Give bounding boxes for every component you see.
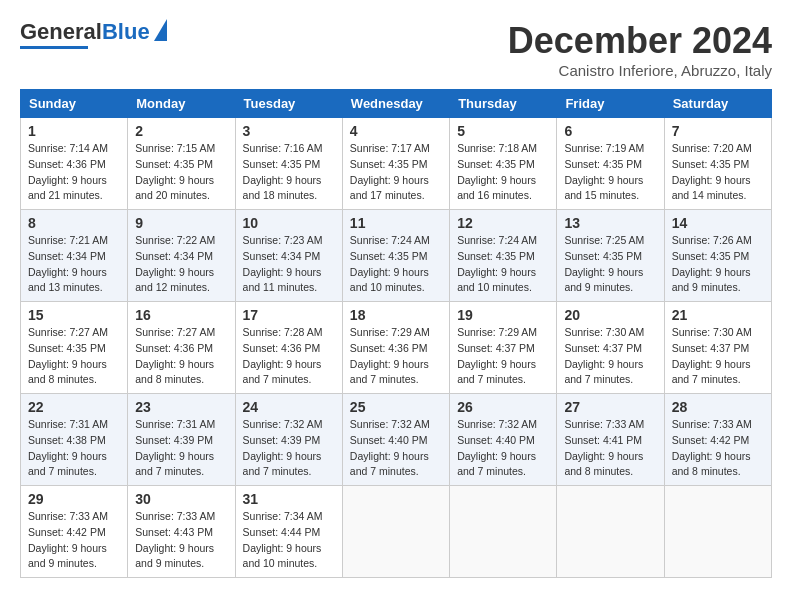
calendar-cell: 22 Sunrise: 7:31 AM Sunset: 4:38 PM Dayl…: [21, 394, 128, 486]
day-info: Sunrise: 7:28 AM Sunset: 4:36 PM Dayligh…: [243, 325, 335, 388]
calendar-cell: 17 Sunrise: 7:28 AM Sunset: 4:36 PM Dayl…: [235, 302, 342, 394]
logo-general: General: [20, 19, 102, 44]
day-number: 15: [28, 307, 120, 323]
logo-triangle-icon: [154, 19, 167, 41]
calendar-cell: 9 Sunrise: 7:22 AM Sunset: 4:34 PM Dayli…: [128, 210, 235, 302]
calendar-cell: 2 Sunrise: 7:15 AM Sunset: 4:35 PM Dayli…: [128, 118, 235, 210]
calendar-cell: 28 Sunrise: 7:33 AM Sunset: 4:42 PM Dayl…: [664, 394, 771, 486]
calendar-cell: 30 Sunrise: 7:33 AM Sunset: 4:43 PM Dayl…: [128, 486, 235, 578]
calendar-cell: 23 Sunrise: 7:31 AM Sunset: 4:39 PM Dayl…: [128, 394, 235, 486]
day-info: Sunrise: 7:34 AM Sunset: 4:44 PM Dayligh…: [243, 509, 335, 572]
day-info: Sunrise: 7:33 AM Sunset: 4:41 PM Dayligh…: [564, 417, 656, 480]
weekday-header-wednesday: Wednesday: [342, 90, 449, 118]
calendar-cell: [664, 486, 771, 578]
day-number: 3: [243, 123, 335, 139]
day-number: 30: [135, 491, 227, 507]
calendar-week-row: 15 Sunrise: 7:27 AM Sunset: 4:35 PM Dayl…: [21, 302, 772, 394]
weekday-header-thursday: Thursday: [450, 90, 557, 118]
calendar-cell: 20 Sunrise: 7:30 AM Sunset: 4:37 PM Dayl…: [557, 302, 664, 394]
day-info: Sunrise: 7:29 AM Sunset: 4:36 PM Dayligh…: [350, 325, 442, 388]
calendar-cell: 18 Sunrise: 7:29 AM Sunset: 4:36 PM Dayl…: [342, 302, 449, 394]
calendar-cell: 31 Sunrise: 7:34 AM Sunset: 4:44 PM Dayl…: [235, 486, 342, 578]
day-info: Sunrise: 7:19 AM Sunset: 4:35 PM Dayligh…: [564, 141, 656, 204]
weekday-header-friday: Friday: [557, 90, 664, 118]
day-info: Sunrise: 7:18 AM Sunset: 4:35 PM Dayligh…: [457, 141, 549, 204]
day-number: 17: [243, 307, 335, 323]
day-number: 9: [135, 215, 227, 231]
day-number: 7: [672, 123, 764, 139]
calendar-cell: 4 Sunrise: 7:17 AM Sunset: 4:35 PM Dayli…: [342, 118, 449, 210]
day-info: Sunrise: 7:32 AM Sunset: 4:39 PM Dayligh…: [243, 417, 335, 480]
calendar-cell: 14 Sunrise: 7:26 AM Sunset: 4:35 PM Dayl…: [664, 210, 771, 302]
day-info: Sunrise: 7:31 AM Sunset: 4:38 PM Dayligh…: [28, 417, 120, 480]
calendar-cell: [557, 486, 664, 578]
calendar-cell: 25 Sunrise: 7:32 AM Sunset: 4:40 PM Dayl…: [342, 394, 449, 486]
logo-blue: Blue: [102, 19, 150, 44]
day-info: Sunrise: 7:16 AM Sunset: 4:35 PM Dayligh…: [243, 141, 335, 204]
calendar-cell: 12 Sunrise: 7:24 AM Sunset: 4:35 PM Dayl…: [450, 210, 557, 302]
day-number: 20: [564, 307, 656, 323]
day-number: 11: [350, 215, 442, 231]
calendar-cell: [450, 486, 557, 578]
day-info: Sunrise: 7:27 AM Sunset: 4:36 PM Dayligh…: [135, 325, 227, 388]
day-info: Sunrise: 7:24 AM Sunset: 4:35 PM Dayligh…: [350, 233, 442, 296]
day-info: Sunrise: 7:15 AM Sunset: 4:35 PM Dayligh…: [135, 141, 227, 204]
day-number: 8: [28, 215, 120, 231]
calendar-cell: 27 Sunrise: 7:33 AM Sunset: 4:41 PM Dayl…: [557, 394, 664, 486]
calendar-week-row: 29 Sunrise: 7:33 AM Sunset: 4:42 PM Dayl…: [21, 486, 772, 578]
day-info: Sunrise: 7:30 AM Sunset: 4:37 PM Dayligh…: [672, 325, 764, 388]
calendar-cell: 10 Sunrise: 7:23 AM Sunset: 4:34 PM Dayl…: [235, 210, 342, 302]
weekday-header-tuesday: Tuesday: [235, 90, 342, 118]
calendar-table: SundayMondayTuesdayWednesdayThursdayFrid…: [20, 89, 772, 578]
day-number: 16: [135, 307, 227, 323]
day-info: Sunrise: 7:17 AM Sunset: 4:35 PM Dayligh…: [350, 141, 442, 204]
day-info: Sunrise: 7:21 AM Sunset: 4:34 PM Dayligh…: [28, 233, 120, 296]
day-number: 19: [457, 307, 549, 323]
day-info: Sunrise: 7:30 AM Sunset: 4:37 PM Dayligh…: [564, 325, 656, 388]
day-number: 2: [135, 123, 227, 139]
calendar-cell: 7 Sunrise: 7:20 AM Sunset: 4:35 PM Dayli…: [664, 118, 771, 210]
day-number: 4: [350, 123, 442, 139]
day-number: 23: [135, 399, 227, 415]
calendar-cell: 6 Sunrise: 7:19 AM Sunset: 4:35 PM Dayli…: [557, 118, 664, 210]
page-header: GeneralBlue December 2024 Canistro Infer…: [20, 20, 772, 79]
day-number: 31: [243, 491, 335, 507]
calendar-cell: 29 Sunrise: 7:33 AM Sunset: 4:42 PM Dayl…: [21, 486, 128, 578]
day-number: 24: [243, 399, 335, 415]
day-info: Sunrise: 7:20 AM Sunset: 4:35 PM Dayligh…: [672, 141, 764, 204]
calendar-cell: 24 Sunrise: 7:32 AM Sunset: 4:39 PM Dayl…: [235, 394, 342, 486]
day-info: Sunrise: 7:22 AM Sunset: 4:34 PM Dayligh…: [135, 233, 227, 296]
day-number: 6: [564, 123, 656, 139]
calendar-week-row: 8 Sunrise: 7:21 AM Sunset: 4:34 PM Dayli…: [21, 210, 772, 302]
calendar-cell: 26 Sunrise: 7:32 AM Sunset: 4:40 PM Dayl…: [450, 394, 557, 486]
calendar-cell: 21 Sunrise: 7:30 AM Sunset: 4:37 PM Dayl…: [664, 302, 771, 394]
calendar-cell: 13 Sunrise: 7:25 AM Sunset: 4:35 PM Dayl…: [557, 210, 664, 302]
calendar-header-row: SundayMondayTuesdayWednesdayThursdayFrid…: [21, 90, 772, 118]
location-subtitle: Canistro Inferiore, Abruzzo, Italy: [508, 62, 772, 79]
day-info: Sunrise: 7:27 AM Sunset: 4:35 PM Dayligh…: [28, 325, 120, 388]
day-number: 21: [672, 307, 764, 323]
day-number: 27: [564, 399, 656, 415]
calendar-cell: 8 Sunrise: 7:21 AM Sunset: 4:34 PM Dayli…: [21, 210, 128, 302]
day-number: 14: [672, 215, 764, 231]
weekday-header-monday: Monday: [128, 90, 235, 118]
calendar-week-row: 1 Sunrise: 7:14 AM Sunset: 4:36 PM Dayli…: [21, 118, 772, 210]
day-number: 13: [564, 215, 656, 231]
calendar-cell: 5 Sunrise: 7:18 AM Sunset: 4:35 PM Dayli…: [450, 118, 557, 210]
day-info: Sunrise: 7:26 AM Sunset: 4:35 PM Dayligh…: [672, 233, 764, 296]
month-title: December 2024: [508, 20, 772, 62]
day-info: Sunrise: 7:33 AM Sunset: 4:42 PM Dayligh…: [28, 509, 120, 572]
calendar-cell: 11 Sunrise: 7:24 AM Sunset: 4:35 PM Dayl…: [342, 210, 449, 302]
logo: GeneralBlue: [20, 20, 167, 49]
day-number: 22: [28, 399, 120, 415]
day-info: Sunrise: 7:33 AM Sunset: 4:43 PM Dayligh…: [135, 509, 227, 572]
day-info: Sunrise: 7:14 AM Sunset: 4:36 PM Dayligh…: [28, 141, 120, 204]
logo-underline: [20, 46, 88, 49]
calendar-cell: 1 Sunrise: 7:14 AM Sunset: 4:36 PM Dayli…: [21, 118, 128, 210]
day-number: 25: [350, 399, 442, 415]
day-info: Sunrise: 7:32 AM Sunset: 4:40 PM Dayligh…: [350, 417, 442, 480]
day-info: Sunrise: 7:24 AM Sunset: 4:35 PM Dayligh…: [457, 233, 549, 296]
day-info: Sunrise: 7:25 AM Sunset: 4:35 PM Dayligh…: [564, 233, 656, 296]
title-section: December 2024 Canistro Inferiore, Abruzz…: [508, 20, 772, 79]
calendar-cell: 16 Sunrise: 7:27 AM Sunset: 4:36 PM Dayl…: [128, 302, 235, 394]
